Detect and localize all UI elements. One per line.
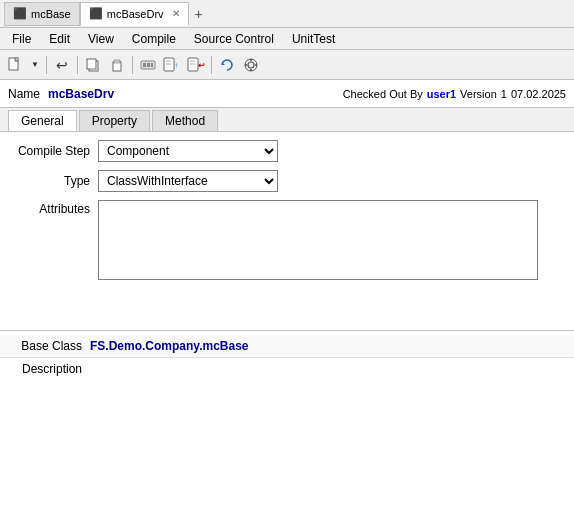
menu-source-control[interactable]: Source Control (186, 30, 282, 48)
checkin-icon: ↑ (163, 57, 181, 73)
attributes-box[interactable] (98, 200, 538, 280)
svg-rect-6 (143, 63, 146, 67)
sub-tab-bar: General Property Method (0, 108, 574, 132)
attributes-row: Attributes (8, 200, 566, 280)
base-class-label: Base Class (8, 339, 90, 353)
build-icon (140, 57, 156, 73)
subtab-method[interactable]: Method (152, 110, 218, 131)
main-content: Compile Step Component Library Program T… (0, 132, 574, 526)
svg-rect-2 (87, 59, 96, 69)
toolbar-build-button[interactable] (137, 54, 159, 76)
description-area[interactable] (90, 362, 566, 522)
name-label: Name (8, 87, 40, 101)
toolbar-new-button[interactable] (4, 54, 26, 76)
copy-icon (85, 57, 101, 73)
refresh-icon (219, 57, 235, 73)
toolbar-undo-button[interactable]: ↩ (51, 54, 73, 76)
toolbar-sep-4 (211, 56, 212, 74)
checkout-user: user1 (427, 88, 456, 100)
title-bar: ⬛ mcBase ⬛ mcBaseDrv ✕ + (0, 0, 574, 28)
name-value: mcBaseDrv (48, 87, 335, 101)
type-dropdown[interactable]: ClassWithInterface Class Interface (98, 170, 278, 192)
toolbar-paste-button[interactable] (106, 54, 128, 76)
settings-icon (243, 57, 259, 73)
svg-rect-8 (151, 63, 153, 67)
toolbar: ▼ ↩ ↑ ↩ (0, 50, 574, 80)
menu-file[interactable]: File (4, 30, 39, 48)
checked-out-by-label: Checked Out By (343, 88, 423, 100)
dropdown-arrow-icon: ▼ (31, 60, 39, 69)
svg-point-18 (248, 62, 254, 68)
toolbar-checkout-button[interactable]: ↩ (185, 54, 207, 76)
form-area: Compile Step Component Library Program T… (0, 132, 574, 326)
menu-unittest[interactable]: UnitTest (284, 30, 343, 48)
compile-step-row: Compile Step Component Library Program (8, 140, 566, 162)
undo-icon: ↩ (56, 57, 68, 73)
toolbar-sep-3 (132, 56, 133, 74)
toolbar-refresh-button[interactable] (216, 54, 238, 76)
toolbar-copy-button[interactable] (82, 54, 104, 76)
version-value: 1 (501, 88, 507, 100)
compile-step-dropdown[interactable]: Component Library Program (98, 140, 278, 162)
tab-mcbasedrv[interactable]: ⬛ mcBaseDrv ✕ (80, 2, 189, 26)
attributes-label: Attributes (8, 200, 98, 216)
description-label: Description (8, 362, 90, 376)
toolbar-settings-button[interactable] (240, 54, 262, 76)
version-date: 07.02.2025 (511, 88, 566, 100)
svg-rect-7 (147, 63, 150, 67)
base-class-value: FS.Demo.Company.mcBase (90, 339, 249, 353)
svg-rect-4 (114, 60, 120, 63)
svg-text:↑: ↑ (174, 61, 178, 70)
new-tab-button[interactable]: + (189, 6, 209, 22)
menu-compile[interactable]: Compile (124, 30, 184, 48)
subtab-property[interactable]: Property (79, 110, 150, 131)
svg-rect-3 (113, 62, 121, 71)
checkout-icon: ↩ (187, 57, 205, 73)
toolbar-new-dropdown[interactable]: ▼ (28, 54, 42, 76)
menu-edit[interactable]: Edit (41, 30, 78, 48)
toolbar-checkin-button[interactable]: ↑ (161, 54, 183, 76)
compile-step-label: Compile Step (8, 144, 98, 158)
type-label: Type (8, 174, 98, 188)
tab-mcbase[interactable]: ⬛ mcBase (4, 2, 80, 26)
new-file-icon (7, 57, 23, 73)
checkout-info: Checked Out By user1 Version 1 07.02.202… (343, 88, 566, 100)
type-row: Type ClassWithInterface Class Interface (8, 170, 566, 192)
compile-step-control: Component Library Program (98, 140, 278, 162)
tab-close-icon[interactable]: ✕ (172, 8, 180, 19)
svg-text:↩: ↩ (198, 61, 205, 70)
type-control: ClassWithInterface Class Interface (98, 170, 278, 192)
divider-1 (0, 330, 574, 331)
menu-view[interactable]: View (80, 30, 122, 48)
toolbar-sep-2 (77, 56, 78, 74)
paste-icon (109, 57, 125, 73)
mcbasedrv-tab-icon: ⬛ (89, 7, 103, 20)
mcbase-tab-icon: ⬛ (13, 7, 27, 20)
description-row: Description (0, 358, 574, 526)
toolbar-sep-1 (46, 56, 47, 74)
menu-bar: File Edit View Compile Source Control Un… (0, 28, 574, 50)
subtab-general[interactable]: General (8, 110, 77, 131)
name-bar: Name mcBaseDrv Checked Out By user1 Vers… (0, 80, 574, 108)
mcbase-tab-label: mcBase (31, 8, 71, 20)
base-class-row: Base Class FS.Demo.Company.mcBase (0, 335, 574, 358)
mcbasedrv-tab-label: mcBaseDrv (107, 8, 164, 20)
version-label: Version (460, 88, 497, 100)
